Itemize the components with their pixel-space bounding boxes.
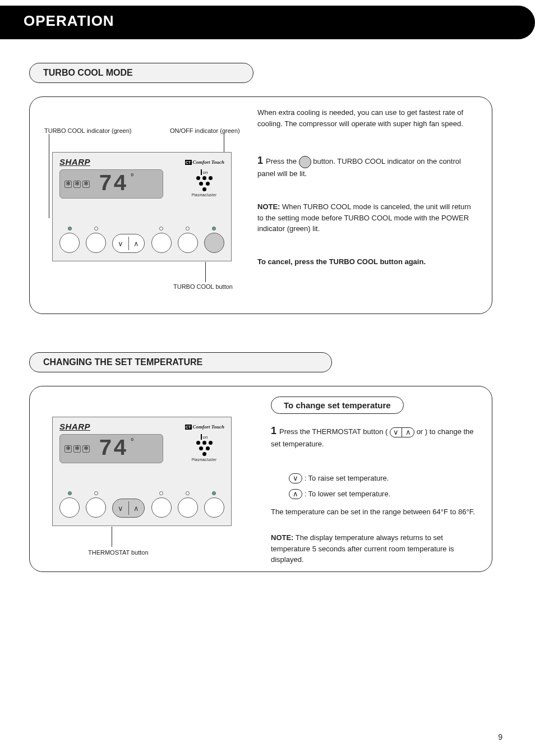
indicator-2 xyxy=(94,491,98,495)
btn2-group xyxy=(86,491,106,518)
button-3[interactable] xyxy=(151,497,172,518)
section1-note: NOTE: When TURBO COOL mode is canceled, … xyxy=(257,201,476,234)
note-body-2: The display temperature always returns t… xyxy=(271,533,454,564)
btn4-group xyxy=(178,227,198,253)
callout-line-a xyxy=(49,134,49,218)
section2-box: To change set temperature SHARP CTComfor… xyxy=(29,386,492,572)
step-number-1b: 1 xyxy=(271,425,279,436)
thermostat-down[interactable]: ∨ xyxy=(113,234,128,252)
onoff-group xyxy=(204,491,224,518)
onoff-group xyxy=(204,227,224,253)
fan-icon xyxy=(82,181,90,188)
callout-line-c xyxy=(205,262,206,282)
btn4-group xyxy=(178,491,198,518)
turbo-cool-button[interactable] xyxy=(59,497,80,518)
indicator-3 xyxy=(159,227,163,231)
rocker-divider xyxy=(128,237,129,250)
fan-icon xyxy=(64,181,72,188)
indicator-4 xyxy=(186,227,190,231)
thermostat-rocker[interactable]: ∨ ∧ xyxy=(112,499,145,518)
degree-mark: ° xyxy=(130,437,136,446)
range-b: between 64°F to 86°F. xyxy=(403,508,475,516)
bullet1: ∨ : To raise set temperature. xyxy=(289,473,479,484)
fan-icon xyxy=(73,445,81,453)
plasmacluster-label: Plasmacluster xyxy=(187,193,221,197)
turbo-cool-button[interactable] xyxy=(59,233,80,253)
bullet1-text: : To raise set temperature. xyxy=(305,474,389,482)
indicator-4 xyxy=(186,491,190,495)
fan-icon xyxy=(73,181,81,188)
onoff-button[interactable] xyxy=(204,233,224,253)
btn3-group xyxy=(151,227,172,253)
comfort-text: Comfort Touch xyxy=(193,424,224,430)
turbo-cool-group xyxy=(59,491,80,518)
onoff-button[interactable] xyxy=(204,497,224,518)
onoff-indicator xyxy=(212,227,216,231)
section1-body2: 1 Press the button. TURBO COOL indicator… xyxy=(257,153,476,179)
fan-icon xyxy=(82,445,90,453)
plasmacluster-icon xyxy=(193,176,215,192)
turbo-cool-group xyxy=(59,227,80,253)
onoff-indicator xyxy=(212,491,216,495)
fan-speed-icons xyxy=(64,181,90,188)
rocker-divider xyxy=(128,501,129,515)
fan-speed-icons xyxy=(64,445,90,453)
chevron-down-icon: ∨ xyxy=(118,240,123,247)
lcd-display: 74° xyxy=(59,169,163,199)
callout-b: ON/OFF indicator (green) xyxy=(170,126,240,136)
page-number: 9 xyxy=(498,732,502,741)
button-2[interactable] xyxy=(86,497,106,518)
temp-value: 74 xyxy=(99,436,128,462)
chevron-up-icon: ∧ xyxy=(133,240,139,247)
section2-title-box: CHANGING THE SET TEMPERATURE xyxy=(29,352,332,372)
note-heading-2: NOTE: xyxy=(271,533,293,542)
indicator-3 xyxy=(159,491,163,495)
sharp-logo: SHARP xyxy=(59,422,90,431)
thermostat-group: ∨ ∧ xyxy=(112,228,145,253)
section1-title: TURBO COOL MODE xyxy=(43,68,133,77)
thermostat-down[interactable]: ∨ xyxy=(113,499,128,517)
section2-range: The temperature can be set in the range … xyxy=(271,506,478,518)
callout-thermostat: THERMOSTAT button xyxy=(88,548,149,557)
plasmacluster-block: on Plasmacluster xyxy=(187,433,221,462)
bullet2: ∧ : To lower set temperature. xyxy=(289,488,479,500)
comfort-touch-label: CTComfort Touch xyxy=(185,424,224,430)
body2-a: Press the xyxy=(266,157,299,165)
turbo-cool-button-icon xyxy=(299,156,311,168)
rocker-right-icon: ∧ xyxy=(402,427,414,437)
fan-icon xyxy=(64,445,72,453)
plasmacluster-block: on Plasmacluster xyxy=(187,168,221,197)
control-panel-2: SHARP CTComfort Touch 74° on Plasmaclust… xyxy=(52,417,232,526)
page-header-title: OPERATION xyxy=(24,12,114,30)
inner-title: To change set temperature xyxy=(271,397,404,414)
ion-label: on xyxy=(187,168,221,175)
turbo-cool-indicator xyxy=(68,491,72,495)
comfort-badge: CT xyxy=(185,425,192,430)
thermostat-rocker[interactable]: ∨ ∧ xyxy=(112,234,145,253)
chevron-up-icon: ∧ xyxy=(289,489,302,499)
lcd-temperature: 74° xyxy=(99,172,128,197)
button-4[interactable] xyxy=(178,233,198,253)
btn3-group xyxy=(151,491,172,518)
button-2[interactable] xyxy=(86,233,106,253)
section2-bullets: ∨ : To raise set temperature. ∧ : To low… xyxy=(289,473,479,499)
callout-c: TURBO COOL button xyxy=(173,282,233,292)
button-4[interactable] xyxy=(178,497,198,518)
rocker-left-icon: ∨ xyxy=(390,427,402,437)
range-a: The temperature can be set in the range xyxy=(271,508,403,516)
section1-title-box: TURBO COOL MODE xyxy=(29,63,253,83)
bullet2-text: : To lower set temperature. xyxy=(305,490,391,498)
comfort-text: Comfort Touch xyxy=(193,159,224,165)
section1-box: When extra cooling is needed, you can us… xyxy=(29,96,492,314)
button-3[interactable] xyxy=(151,233,172,253)
step-number-1: 1 xyxy=(257,155,266,166)
control-panel-1: SHARP CTComfort Touch 74° on Plasmaclust… xyxy=(52,152,232,261)
callout-line-thermostat xyxy=(112,527,112,547)
turbo-cool-indicator xyxy=(68,227,72,231)
plasmacluster-label: Plasmacluster xyxy=(187,458,221,462)
thermostat-up[interactable]: ∧ xyxy=(128,234,144,252)
section1-cancel: To cancel, press the TURBO COOL button a… xyxy=(257,256,476,268)
thermostat-up[interactable]: ∧ xyxy=(128,499,144,517)
lcd-display: 74° xyxy=(59,434,163,463)
sharp-logo: SHARP xyxy=(59,157,90,167)
